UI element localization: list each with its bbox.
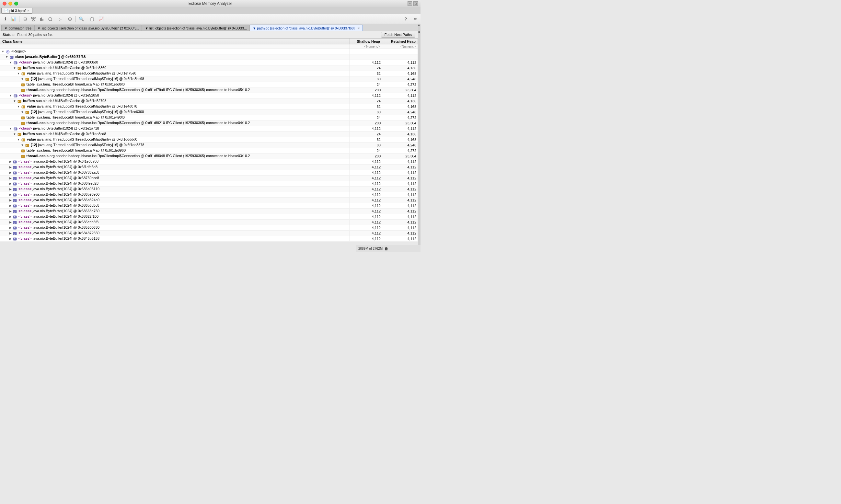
expand-arrow[interactable]: ▼ xyxy=(10,61,13,64)
row-name-text: <class> java.nio.ByteBuffer[1024] @ 0x6f… xyxy=(18,165,97,169)
table-row[interactable]: ▶ C<class> java.nio.ByteBuffer[1024] @ 0… xyxy=(0,159,418,164)
expand-arrow[interactable]: ▼ xyxy=(17,105,21,108)
table-row[interactable]: ▶ C<class> java.nio.ByteBuffer[1024] @ 0… xyxy=(0,198,418,203)
table-row[interactable]: ▶ C<class> java.nio.ByteBuffer[1024] @ 0… xyxy=(0,214,418,220)
histogram-btn[interactable]: ⊞ xyxy=(21,15,29,23)
table-row[interactable]: ▶ C<class> java.nio.ByteBuffer[1024] @ 0… xyxy=(0,220,418,225)
table-row[interactable]: ftable java.lang.ThreadLocal$ThreadLocal… xyxy=(0,148,418,154)
table-row[interactable]: ▶ C<class> java.nio.ByteBuffer[1024] @ 0… xyxy=(0,186,418,192)
table-row[interactable]: ▶ C<class> java.nio.ByteBuffer[1024] @ 0… xyxy=(0,164,418,170)
copy-btn[interactable] xyxy=(89,15,96,23)
expand-arrow[interactable]: ▼ xyxy=(13,100,17,103)
expand-arrow[interactable]: ▶ xyxy=(10,210,13,213)
table-row[interactable]: ▼ fvalue java.lang.ThreadLocal$ThreadLoc… xyxy=(0,137,418,143)
tab-list-objects2[interactable]: ▼ list_objects [selection of 'class java… xyxy=(142,24,249,31)
close-button[interactable] xyxy=(3,2,6,5)
expand-arrow[interactable]: ▼ xyxy=(10,94,13,97)
top-consumers-btn[interactable] xyxy=(38,15,46,23)
expand-arrow[interactable]: ▶ xyxy=(10,182,13,185)
expand-arrow[interactable]: ▼ xyxy=(21,144,24,147)
win-maximize[interactable]: □ xyxy=(413,1,418,6)
expand-arrow[interactable]: ▶ xyxy=(10,171,13,174)
info-btn[interactable]: ℹ xyxy=(1,15,9,23)
table-row[interactable]: ▶ C<class> java.nio.ByteBuffer[1024] @ 0… xyxy=(0,203,418,209)
expand-arrow[interactable]: ▼ xyxy=(17,72,21,75)
table-row[interactable]: ▶ C<class> java.nio.ByteBuffer[1024] @ 0… xyxy=(0,176,418,181)
row-name-cell: ▼ C<class> java.nio.ByteBuffer[1024] @ 0… xyxy=(0,126,350,131)
minimize-button[interactable] xyxy=(8,2,12,5)
table-row[interactable]: ▼ f[12] java.lang.ThreadLocal$ThreadLoca… xyxy=(0,76,418,82)
expand-arrow[interactable]: ▶ xyxy=(10,204,13,207)
expand-arrow[interactable]: ▶ xyxy=(10,165,13,169)
properties-btn[interactable]: ✏ xyxy=(411,15,419,23)
table-row[interactable]: ftable java.lang.ThreadLocal$ThreadLocal… xyxy=(0,115,418,121)
row-shallow-heap: 4,112 xyxy=(350,186,382,192)
expand-arrow[interactable]: ▼ xyxy=(10,127,13,130)
table-row[interactable]: ▶ C<class> java.nio.ByteBuffer[1024] @ 0… xyxy=(0,181,418,186)
row-shallow-heap: 24 xyxy=(350,98,382,104)
fetch-next-paths-button[interactable]: Fetch Next Paths xyxy=(381,32,415,38)
expand-arrow[interactable]: ▶ xyxy=(10,215,13,218)
right-panel-btn2[interactable]: ⊞ xyxy=(418,31,420,37)
table-row[interactable]: ▶ C<class> java.nio.ByteBuffer[1024] @ 0… xyxy=(0,192,418,198)
table-row[interactable]: ▶ C<class> java.nio.ByteBuffer[1024] @ 0… xyxy=(0,225,418,231)
classloader-btn[interactable] xyxy=(66,15,74,23)
expand-arrow[interactable]: ▼ xyxy=(21,77,24,80)
table-row[interactable]: ▼ fbuffers sun.nio.ch.Util$BufferCache @… xyxy=(0,98,418,104)
table-row[interactable]: ▼ .*<Regex> xyxy=(0,49,418,54)
dominator-btn[interactable] xyxy=(30,15,37,23)
win-minimize[interactable]: – xyxy=(408,1,412,6)
table-row[interactable]: ▼ Cclass java.nio.ByteBuffer[] @ 0x680f3… xyxy=(0,54,418,60)
table-row[interactable]: ▶ C<class> java.nio.ByteBuffer[1024] @ 0… xyxy=(0,231,418,236)
table-row[interactable]: ▶ C<class> java.nio.ByteBuffer[1024] @ 0… xyxy=(0,170,418,176)
expand-arrow[interactable]: ▶ xyxy=(10,193,13,196)
table-row[interactable]: ftable java.lang.ThreadLocal$ThreadLocal… xyxy=(0,82,418,88)
table-row[interactable]: fthreadLocals org.apache.hadoop.hbase.ip… xyxy=(0,88,418,93)
expand-arrow[interactable]: ▼ xyxy=(13,67,17,70)
expand-arrow[interactable]: ▶ xyxy=(10,220,13,224)
table-row[interactable]: fthreadLocals org.apache.hadoop.hbase.ip… xyxy=(0,121,418,126)
expand-arrow[interactable]: ▶ xyxy=(10,226,13,229)
tab-path2gc-close[interactable]: ✕ xyxy=(357,26,360,30)
table-row[interactable]: ▼ fvalue java.lang.ThreadLocal$ThreadLoc… xyxy=(0,104,418,109)
table-row[interactable]: ▼ fvalue java.lang.ThreadLocal$ThreadLoc… xyxy=(0,71,418,76)
table-row[interactable]: ▼ fbuffers sun.nio.ch.Util$BufferCache @… xyxy=(0,66,418,71)
expand-arrow[interactable]: ▶ xyxy=(10,232,13,235)
main-table-container[interactable]: Class Name Shallow Heap Retained Heap xyxy=(0,38,418,252)
help-btn[interactable]: ? xyxy=(402,15,410,23)
right-panel-btn1[interactable]: ≡ xyxy=(418,24,420,31)
expand-arrow[interactable]: ▶ xyxy=(10,237,13,240)
expand-arrow[interactable]: ▼ xyxy=(2,50,5,53)
expand-arrow[interactable]: ▶ xyxy=(10,160,13,163)
expand-arrow[interactable]: ▶ xyxy=(10,199,13,202)
tab-pid3[interactable]: 📄 pid-3.hprof ✕ xyxy=(1,8,32,14)
expand-arrow[interactable]: ▼ xyxy=(13,132,17,136)
leak-btn[interactable] xyxy=(46,15,54,23)
table-row[interactable]: ▼ f[12] java.lang.ThreadLocal$ThreadLoca… xyxy=(0,143,418,148)
table-row[interactable]: ▼ fbuffers sun.nio.ch.Util$BufferCache @… xyxy=(0,131,418,137)
tab-list-objects1[interactable]: ▼ list_objects [selection of 'class java… xyxy=(34,24,142,31)
expand-arrow[interactable]: ▶ xyxy=(10,177,13,180)
table-row[interactable]: ▶ C<class> java.nio.ByteBuffer[1024] @ 0… xyxy=(0,209,418,214)
window-title: Eclipse Memory Analyzer xyxy=(189,1,232,6)
maximize-button[interactable] xyxy=(14,2,18,5)
expand-arrow[interactable]: ▶ xyxy=(10,187,13,191)
tab-pid3-close[interactable]: ✕ xyxy=(27,9,30,12)
table-row[interactable]: ▼ f[12] java.lang.ThreadLocal$ThreadLoca… xyxy=(0,109,418,115)
table-row[interactable]: ▼ C<class> java.nio.ByteBuffer[1024] @ 0… xyxy=(0,126,418,131)
table-row[interactable]: ▶ C<class> java.nio.ByteBuffer[1024] @ 0… xyxy=(0,236,418,241)
table-row[interactable]: ▼ C<class> java.nio.ByteBuffer[1024] @ 0… xyxy=(0,93,418,98)
tab-dominator-tree[interactable]: ▼ dominator_tree xyxy=(1,24,34,31)
gc-button[interactable]: 🗑 xyxy=(384,247,389,251)
expand-arrow[interactable]: ▼ xyxy=(21,110,24,114)
tab-path2gc[interactable]: ▼ path2gc [selection of 'class java.nio.… xyxy=(250,24,363,31)
oql-btn[interactable]: ▷ xyxy=(58,15,66,23)
overview-btn[interactable]: 📊 xyxy=(10,15,18,23)
expand-arrow[interactable]: ▼ xyxy=(5,55,9,59)
row-name-cell: ▶ C<class> java.nio.ByteBuffer[1024] @ 0… xyxy=(0,164,350,170)
retained-heap-btn[interactable]: 📈 xyxy=(97,15,105,23)
table-row[interactable]: fthreadLocals org.apache.hadoop.hbase.ip… xyxy=(0,154,418,159)
expand-arrow[interactable]: ▼ xyxy=(17,138,21,141)
table-row[interactable]: ▼ C<class> java.nio.ByteBuffer[1024] @ 0… xyxy=(0,60,418,66)
search-btn[interactable]: 🔍 xyxy=(77,15,85,23)
